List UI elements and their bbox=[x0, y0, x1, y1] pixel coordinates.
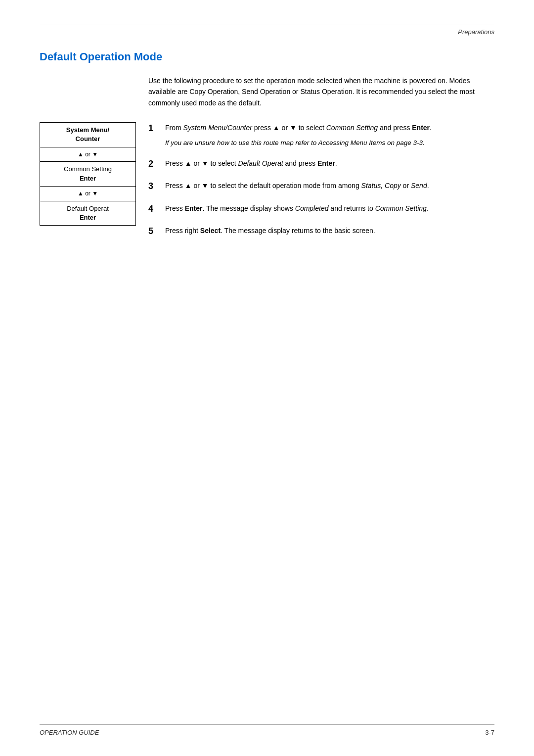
arrows-1: ▲ or ▼ bbox=[78, 151, 98, 158]
common-setting-label: Common Setting bbox=[64, 165, 112, 173]
sidebar: System Menu/ Counter ▲ or ▼ Common Setti… bbox=[40, 122, 136, 247]
enter-2-label: Enter bbox=[80, 214, 96, 221]
step-2-para-1: Press ▲ or ▼ to select Default Operat an… bbox=[165, 158, 480, 169]
step-1-para-1: From System Menu/Counter press ▲ or ▼ to… bbox=[165, 122, 480, 133]
step-5-para-1: Press right Select. The message display … bbox=[165, 225, 480, 236]
step-content-3: Press ▲ or ▼ to select the default opera… bbox=[165, 180, 480, 192]
step-1: 1 From System Menu/Counter press ▲ or ▼ … bbox=[148, 122, 480, 148]
step-1-para-2: If you are unsure how to use this route … bbox=[165, 138, 480, 148]
page-container: Preparations Default Operation Mode Use … bbox=[0, 0, 534, 756]
footer-right: 3-7 bbox=[485, 729, 494, 736]
arrows-row-1: ▲ or ▼ bbox=[40, 147, 135, 162]
step-5: 5 Press right Select. The message displa… bbox=[148, 225, 480, 237]
system-menu-row: System Menu/ Counter bbox=[40, 123, 135, 147]
enter-1-label: Enter bbox=[80, 175, 96, 182]
system-menu-label: System Menu/ bbox=[66, 126, 109, 134]
common-setting-row: Common Setting Enter bbox=[40, 162, 135, 186]
content-area: System Menu/ Counter ▲ or ▼ Common Setti… bbox=[40, 122, 494, 247]
step-number-5: 5 bbox=[148, 225, 159, 237]
step-3: 3 Press ▲ or ▼ to select the default ope… bbox=[148, 180, 480, 192]
intro-text: Use the following procedure to set the o… bbox=[148, 75, 475, 108]
step-4-para-1: Press Enter. The message display shows C… bbox=[165, 203, 480, 214]
step-number-3: 3 bbox=[148, 180, 159, 192]
menu-box: System Menu/ Counter ▲ or ▼ Common Setti… bbox=[40, 122, 136, 226]
steps-area: 1 From System Menu/Counter press ▲ or ▼ … bbox=[148, 122, 480, 247]
counter-label: Counter bbox=[76, 135, 100, 142]
step-3-para-1: Press ▲ or ▼ to select the default opera… bbox=[165, 180, 480, 191]
step-2: 2 Press ▲ or ▼ to select Default Operat … bbox=[148, 158, 480, 170]
footer-left: OPERATION GUIDE bbox=[40, 729, 99, 736]
step-content-5: Press right Select. The message display … bbox=[165, 225, 480, 237]
step-4: 4 Press Enter. The message display shows… bbox=[148, 203, 480, 215]
header-title: Preparations bbox=[458, 28, 494, 36]
header-line bbox=[40, 25, 494, 25]
step-content-1: From System Menu/Counter press ▲ or ▼ to… bbox=[165, 122, 480, 148]
step-number-1: 1 bbox=[148, 122, 159, 148]
header-section: Preparations bbox=[40, 28, 494, 36]
step-content-4: Press Enter. The message display shows C… bbox=[165, 203, 480, 215]
default-operat-row: Default Operat Enter bbox=[40, 201, 135, 225]
footer: OPERATION GUIDE 3-7 bbox=[40, 724, 494, 736]
step-number-2: 2 bbox=[148, 158, 159, 170]
step-number-4: 4 bbox=[148, 203, 159, 215]
default-operat-label: Default Operat bbox=[67, 205, 109, 212]
page-title: Default Operation Mode bbox=[40, 50, 494, 63]
step-content-2: Press ▲ or ▼ to select Default Operat an… bbox=[165, 158, 480, 170]
arrows-row-2: ▲ or ▼ bbox=[40, 187, 135, 201]
arrows-2: ▲ or ▼ bbox=[78, 190, 98, 197]
